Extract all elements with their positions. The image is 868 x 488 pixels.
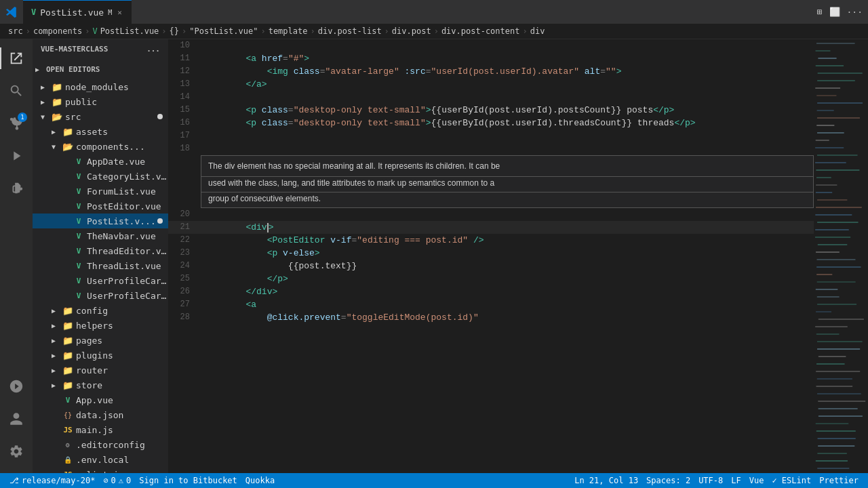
cursor-position[interactable]: Ln 21, Col 13 — [570, 473, 642, 488]
tree-item--env-local[interactable]: 🔒.env.local — [33, 452, 168, 467]
tree-item-threadlist-vue[interactable]: VThreadList.vue — [33, 258, 168, 273]
sign-in-bitbucket[interactable]: Sign in to Bitbucket — [135, 473, 241, 488]
errors-warnings[interactable]: ⊘ 0 ⚠ 0 — [99, 473, 135, 488]
tree-item-userprofilecar---[interactable]: VUserProfileCar... — [33, 273, 168, 288]
breadcrumb-quoted[interactable]: "PostList.vue" — [189, 26, 258, 36]
tree-item-public[interactable]: ▶📁public — [33, 94, 168, 109]
tree-item-src[interactable]: ▼📂src — [33, 109, 168, 124]
activity-remote[interactable] — [0, 370, 33, 403]
breadcrumb-src[interactable]: src — [8, 26, 23, 36]
tree-item-label: UserProfileCar... — [87, 276, 168, 286]
token-text — [203, 300, 245, 310]
tab-close-button[interactable]: ✕ — [116, 8, 123, 17]
explorer-label: VUE-MASTERCLASS — [41, 45, 108, 54]
activity-run[interactable] — [0, 140, 33, 172]
tree-item-categorylist-v---[interactable]: VCategoryList.v... — [33, 169, 168, 184]
activity-extensions[interactable] — [0, 172, 33, 205]
token-tag: <p — [267, 248, 278, 258]
tree-item-threadeditor-v---[interactable]: VThreadEditor.v... — [33, 243, 168, 258]
tree-item-config[interactable]: ▶📁config — [33, 303, 168, 318]
breadcrumb-div-post-list[interactable]: div.post-list — [318, 26, 382, 36]
line-content: <PostEditor v-if="editing === post.id" /… — [201, 234, 814, 247]
tree-item-forumlist-vue[interactable]: VForumList.vue — [33, 184, 168, 199]
split-editor-icon[interactable]: ⬜ — [829, 7, 840, 17]
token-text — [203, 287, 245, 297]
tree-arrow: ▶ — [52, 382, 61, 389]
explorer-title[interactable]: VUE-MASTERCLASS ... — [33, 42, 168, 56]
activity-source-control[interactable]: 1 — [0, 107, 33, 140]
tree-item-postlist-v---[interactable]: VPostList.v... — [33, 214, 168, 228]
tree-item-label: pages — [76, 336, 168, 346]
tree-item-thenavbar-vue[interactable]: VTheNavbar.vue — [33, 228, 168, 243]
token-attr: href — [262, 54, 283, 64]
tree-item-data-json[interactable]: {}data.json — [33, 407, 168, 422]
tree-item-helpers[interactable]: ▶📁helpers — [33, 318, 168, 333]
tree-item-pages[interactable]: ▶📁pages — [33, 333, 168, 348]
tree-item-label: store — [76, 380, 168, 390]
breadcrumb-braces[interactable]: {} — [170, 26, 179, 36]
tree-item-label: TheNavbar.vue — [87, 231, 168, 241]
line-number: 22 — [168, 234, 201, 247]
open-editors-header[interactable]: ▶ OPEN EDITORS — [33, 62, 168, 77]
token-tag: <p — [245, 105, 256, 115]
token-punct: = — [426, 66, 431, 77]
quokka-status[interactable]: Quokka — [241, 473, 279, 488]
tree-item-main-js[interactable]: JSmain.js — [33, 422, 168, 437]
minimap[interactable] — [814, 39, 868, 473]
tree-item-node-modules[interactable]: ▶📁node_modules — [33, 79, 168, 94]
tree-item-store[interactable]: ▶📁store — [33, 378, 168, 392]
line-number: 25 — [168, 272, 201, 285]
tree-item-label: App.vue — [76, 395, 168, 405]
breadcrumb-components[interactable]: components — [33, 26, 82, 36]
line-content: @click.prevent="toggleEditMode(post.id)" — [201, 311, 814, 324]
breadcrumb-div-post[interactable]: div.post — [392, 26, 431, 36]
indentation[interactable]: Spaces: 2 — [642, 473, 694, 488]
eslint-status[interactable]: ✓ ESLint — [768, 473, 815, 488]
encoding[interactable]: UTF-8 — [694, 473, 727, 488]
hover-tooltip: The div element has no special meaning a… — [201, 155, 814, 177]
breadcrumb-div[interactable]: div — [530, 26, 545, 36]
folder-closed-icon: 📁 — [62, 350, 73, 361]
breadcrumb-template[interactable]: template — [269, 26, 308, 36]
tree-item-anlint-ja[interactable]: JSanlint.ja — [33, 467, 168, 473]
tree-item-posteditor-vue[interactable]: VPostEditor.vue — [33, 199, 168, 214]
prettier-label: Prettier — [819, 476, 859, 485]
tree-item-plugins[interactable]: ▶📁plugins — [33, 348, 168, 363]
token-tag: </p> — [653, 105, 674, 115]
prettier-status[interactable]: Prettier — [815, 473, 863, 488]
tree-item--editorconfig[interactable]: ⚙.editorconfig — [33, 437, 168, 452]
breadcrumb-div-post-content[interactable]: div.post-content — [441, 26, 520, 36]
token-punct: = — [600, 66, 606, 77]
code-line-11: 11 <a href="#"> — [168, 52, 814, 65]
title-bar-actions: ⊞ ⬜ ··· — [817, 7, 863, 17]
tree-arrow: ▼ — [41, 113, 50, 121]
code-editor[interactable]: 10 11 <a href="#">12 <img class="avatar-… — [168, 39, 814, 473]
line-number: 15 — [168, 104, 201, 117]
tree-arrow: ▶ — [52, 307, 61, 314]
token-punct: = — [341, 312, 347, 323]
activity-search[interactable] — [0, 75, 33, 107]
more-actions-icon[interactable]: ··· — [847, 7, 863, 17]
layout-icon[interactable]: ⊞ — [817, 7, 823, 17]
token-text: threads — [632, 118, 674, 128]
breadcrumb-filename[interactable]: PostList.vue — [100, 26, 159, 36]
more-icon[interactable]: ... — [146, 45, 160, 54]
git-branch[interactable]: ⎇ release/may-20* — [5, 473, 99, 488]
tree-item-components---[interactable]: ▼📂components... — [33, 139, 168, 154]
tree-item-appdate-vue[interactable]: VAppDate.vue — [33, 154, 168, 169]
tree-item-app-vue[interactable]: VApp.vue — [33, 392, 168, 407]
activity-explorer[interactable] — [0, 42, 33, 75]
line-content — [201, 142, 814, 155]
language-mode[interactable]: Vue — [745, 473, 768, 488]
activity-settings[interactable] — [0, 435, 33, 468]
tree-arrow: ▶ — [41, 83, 50, 91]
vue-file-icon: V — [73, 217, 84, 226]
eol[interactable]: LF — [727, 473, 745, 488]
activity-account[interactable] — [0, 403, 33, 435]
tree-item-router[interactable]: ▶📁router — [33, 363, 168, 378]
tab-postlist-vue[interactable]: V PostList.vue M ✕ — [23, 0, 132, 24]
line-number: 11 — [168, 52, 201, 65]
tree-item-assets[interactable]: ▶📁assets — [33, 124, 168, 139]
tree-item-userprofilecar---[interactable]: VUserProfileCar... — [33, 288, 168, 303]
token-tag: <p — [245, 118, 256, 128]
